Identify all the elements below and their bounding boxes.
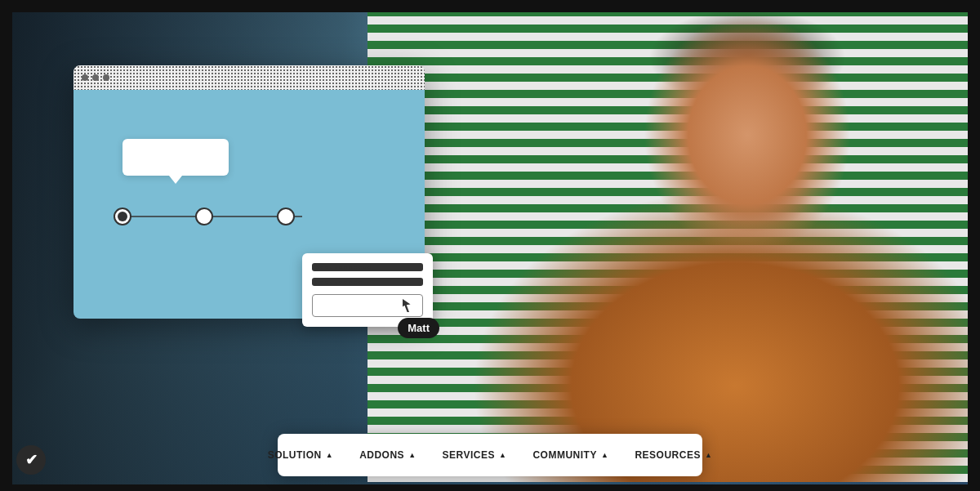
nav-item-solution[interactable]: SOLUTION ▲	[255, 434, 346, 476]
nav-label-resources: RESOURCES	[635, 449, 701, 461]
brand-logo[interactable]: ✔	[16, 445, 46, 475]
browser-body: Matt	[74, 90, 425, 319]
nav-item-resources[interactable]: RESOURCES ▲	[621, 434, 725, 476]
browser-dot-1	[82, 74, 88, 81]
form-overlay: Matt	[302, 253, 433, 327]
page-wrapper: Matt SOLUTION ▲ ADDONS ▲ SERVICES ▲ COMM…	[0, 0, 980, 491]
logo-icon: ✔	[25, 451, 38, 469]
callout-box	[122, 139, 229, 176]
svg-point-2	[118, 212, 127, 221]
svg-point-3	[196, 208, 212, 225]
form-dots-row-2	[312, 278, 423, 286]
border-bottom	[0, 484, 980, 491]
cursor-icon	[403, 299, 416, 312]
man-portrait	[368, 0, 980, 482]
nav-label-services: SERVICES	[443, 449, 495, 461]
nav-item-addons[interactable]: ADDONS ▲	[346, 434, 429, 476]
user-tooltip: Matt	[398, 318, 439, 338]
chevron-solution: ▲	[326, 451, 333, 459]
border-top	[0, 0, 980, 12]
navigation-bar: SOLUTION ▲ ADDONS ▲ SERVICES ▲ COMMUNITY…	[278, 434, 702, 476]
nav-label-solution: SOLUTION	[268, 449, 322, 461]
nodes-line	[106, 204, 318, 229]
chevron-community: ▲	[601, 451, 608, 459]
nav-label-addons: ADDONS	[359, 449, 404, 461]
browser-titlebar	[74, 65, 425, 90]
form-dots-row-1	[312, 263, 423, 271]
svg-point-4	[278, 208, 294, 225]
border-left	[0, 0, 12, 491]
border-right	[968, 0, 980, 491]
nav-item-services[interactable]: SERVICES ▲	[430, 434, 520, 476]
browser-dot-3	[103, 74, 109, 81]
browser-mockup: Matt	[74, 65, 425, 319]
nodes-svg	[106, 204, 318, 229]
form-input-field[interactable]	[312, 294, 423, 317]
nav-item-community[interactable]: COMMUNITY ▲	[519, 434, 621, 476]
browser-dot-2	[92, 74, 99, 81]
chevron-services: ▲	[499, 451, 506, 459]
chevron-addons: ▲	[408, 451, 416, 459]
nav-label-community: COMMUNITY	[532, 449, 597, 461]
chevron-resources: ▲	[705, 451, 712, 459]
